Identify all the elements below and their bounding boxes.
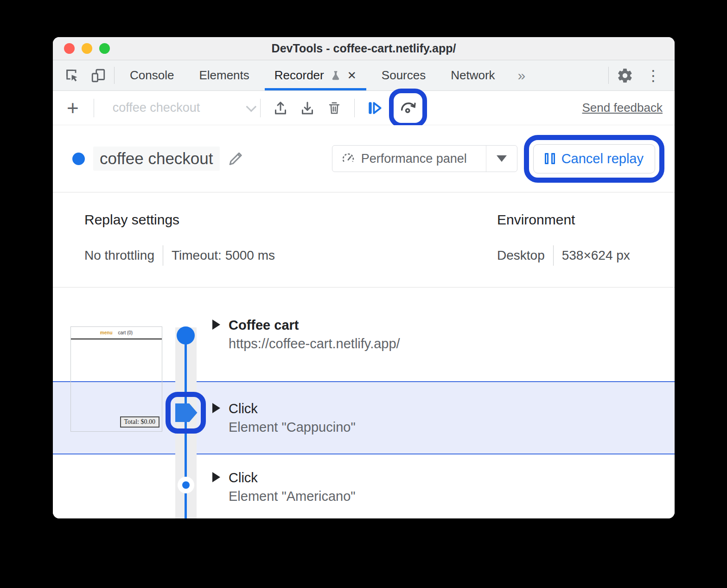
recorder-toolbar: + coffee checkout	[53, 91, 675, 125]
add-recording-button[interactable]: +	[67, 98, 79, 118]
step-marker-active-icon[interactable]	[175, 403, 198, 422]
divider	[260, 99, 261, 117]
send-feedback-link[interactable]: Send feedback	[582, 101, 663, 115]
delete-recording-icon[interactable]	[321, 95, 348, 121]
recording-header: coffee checkout Performance panel Cancel…	[53, 125, 675, 192]
thumbnail-nav-left: menu	[100, 330, 113, 335]
close-window-button[interactable]	[64, 43, 75, 54]
step-marker-pending-icon[interactable]	[178, 477, 194, 493]
panel-select[interactable]: Performance panel	[332, 145, 517, 172]
device-toolbar-icon[interactable]	[85, 60, 111, 90]
devtools-window: DevTools - coffee-cart.netlify.app/ Cons…	[53, 37, 675, 518]
thumbnail-total-button: Total: $0.00	[120, 416, 159, 428]
export-recording-icon[interactable]	[267, 95, 294, 121]
divider	[486, 146, 486, 172]
tab-sources[interactable]: Sources	[369, 60, 438, 90]
close-recorder-tab-icon[interactable]: ✕	[347, 70, 357, 81]
divider	[354, 99, 355, 117]
caret-down-icon	[497, 155, 507, 162]
replay-settings-block: Replay settings No throttling Timeout: 5…	[84, 212, 275, 266]
settings-gear-icon[interactable]	[612, 60, 638, 90]
devtools-tabbar: Console Elements Recorder ✕ Sources Netw…	[53, 60, 675, 91]
minimize-window-button[interactable]	[82, 43, 92, 54]
step-marker-current-icon[interactable]	[177, 326, 195, 345]
window-title: DevTools - coffee-cart.netlify.app/	[272, 42, 456, 55]
step-subtitle: Element "Cappucino"	[229, 418, 356, 436]
zoom-window-button[interactable]	[99, 43, 110, 54]
more-tabs-button[interactable]: »	[508, 60, 536, 90]
tab-recorder[interactable]: Recorder ✕	[262, 60, 369, 90]
disclosure-triangle-icon[interactable]	[212, 403, 220, 413]
recording-status-dot	[72, 153, 85, 165]
cancel-replay-annotation-ring: Cancel replay	[524, 135, 664, 183]
panel-select-value: Performance panel	[361, 152, 467, 166]
pause-icon	[545, 153, 555, 164]
throttling-value: No throttling	[84, 248, 154, 263]
timeout-value: Timeout: 5000 ms	[172, 248, 275, 263]
chevron-down-icon	[246, 101, 256, 112]
divider	[553, 245, 554, 266]
step-subtitle: https://coffee-cart.netlify.app/	[229, 334, 400, 353]
step-title: Coffee cart	[229, 316, 400, 334]
step-row-click-americano[interactable]: Click Element "Americano"	[53, 454, 675, 518]
page-thumbnail: menu cart (0) Total: $0.00	[70, 326, 162, 432]
performance-gauge-icon	[341, 151, 356, 166]
thumbnail-nav-right: cart (0)	[118, 330, 133, 335]
divider	[94, 99, 94, 117]
divider	[608, 67, 609, 84]
traffic-lights	[64, 37, 110, 60]
settings-section: Replay settings No throttling Timeout: 5…	[53, 192, 675, 288]
recording-select-value: coffee checkout	[113, 101, 200, 115]
replay-annotation-ring	[389, 89, 427, 128]
environment-block: Environment Desktop 538×624 px	[497, 212, 630, 266]
edit-title-icon[interactable]	[226, 149, 245, 168]
disclosure-triangle-icon[interactable]	[212, 320, 220, 330]
step-subtitle: Element "Americano"	[229, 487, 356, 505]
tab-elements[interactable]: Elements	[186, 60, 261, 90]
step-title: Click	[229, 468, 356, 487]
divider	[163, 245, 163, 266]
recording-title: coffee checkout	[93, 147, 220, 171]
import-recording-icon[interactable]	[294, 95, 321, 121]
recording-select[interactable]: coffee checkout	[101, 101, 254, 115]
divider	[114, 67, 115, 84]
thumbnail-navbar: menu cart (0)	[71, 327, 162, 339]
step-over-icon[interactable]	[361, 95, 388, 121]
tab-console[interactable]: Console	[117, 60, 186, 90]
environment-heading: Environment	[497, 212, 630, 228]
inspect-element-icon[interactable]	[59, 60, 85, 90]
tab-network[interactable]: Network	[438, 60, 507, 90]
titlebar: DevTools - coffee-cart.netlify.app/	[53, 37, 675, 60]
steps-section: Coffee cart https://coffee-cart.netlify.…	[53, 288, 675, 518]
device-value: Desktop	[497, 248, 545, 263]
kebab-menu-icon[interactable]: ⋮	[638, 60, 668, 90]
replay-icon[interactable]	[395, 95, 421, 121]
step-title: Click	[229, 399, 356, 418]
experiment-flask-icon	[330, 70, 342, 82]
viewport-value: 538×624 px	[562, 248, 630, 263]
replay-settings-heading: Replay settings	[84, 212, 275, 228]
disclosure-triangle-icon[interactable]	[212, 472, 220, 482]
step-marker-annotation-ring	[166, 392, 206, 434]
cancel-replay-button[interactable]: Cancel replay	[533, 144, 655, 173]
